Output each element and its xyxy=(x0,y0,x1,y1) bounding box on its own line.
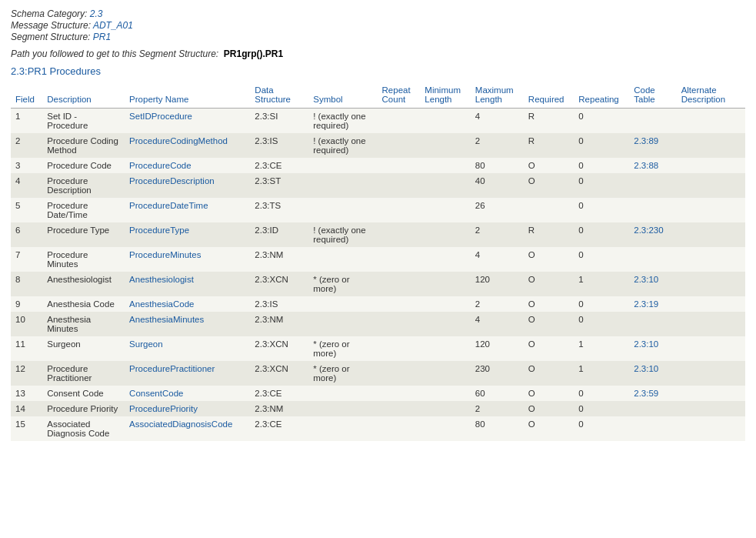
cell-property-name: ProcedureDescription xyxy=(125,173,250,198)
cell-repeat-count xyxy=(378,416,421,441)
col-required: Required xyxy=(524,82,574,109)
code-table-link[interactable]: 2.3:230 xyxy=(634,226,663,235)
cell-symbol xyxy=(308,158,377,173)
table-row: 10Anesthesia MinutesAnesthesiaMinutes2.3… xyxy=(11,312,745,336)
cell-min-length xyxy=(420,222,470,247)
cell-data-structure: 2.3:ST xyxy=(250,173,308,198)
segment-structure-link[interactable]: PR1 xyxy=(93,32,111,42)
cell-required: O xyxy=(524,173,574,198)
cell-description: Set ID - Procedure xyxy=(42,109,125,134)
cell-property-name: AssociatedDiagnosisCode xyxy=(125,416,250,441)
code-table-link[interactable]: 2.3:10 xyxy=(634,339,658,349)
message-structure-link[interactable]: ADT_A01 xyxy=(93,20,133,31)
cell-repeating: 1 xyxy=(574,336,629,361)
col-field: Field xyxy=(11,82,42,109)
cell-repeat-count xyxy=(378,222,421,247)
cell-required: O xyxy=(524,158,574,173)
cell-alt-description xyxy=(677,416,745,441)
cell-property-name: ProcedureDateTime xyxy=(125,198,250,222)
cell-max-length: 80 xyxy=(471,158,524,173)
property-name-link[interactable]: AssociatedDiagnosisCode xyxy=(129,419,232,429)
cell-symbol xyxy=(308,416,377,441)
cell-alt-description xyxy=(677,386,745,401)
col-code-table: Code Table xyxy=(629,82,676,109)
property-name-link[interactable]: ProcedureDateTime xyxy=(129,201,208,210)
cell-field: 4 xyxy=(11,173,42,198)
cell-repeat-count xyxy=(378,158,421,173)
cell-repeat-count xyxy=(378,296,421,312)
cell-required: R xyxy=(524,222,574,247)
code-table-link[interactable]: 2.3:10 xyxy=(634,275,658,284)
schema-category: Schema Category: 2.3 xyxy=(11,8,745,19)
cell-required: R xyxy=(524,133,574,158)
property-name-link[interactable]: ProcedureCodingMethod xyxy=(129,136,228,145)
cell-repeat-count xyxy=(378,247,421,272)
table-row: 2Procedure Coding MethodProcedureCodingM… xyxy=(11,133,745,158)
cell-code-table xyxy=(629,198,676,222)
cell-data-structure: 2.3:ID xyxy=(250,222,308,247)
cell-repeating: 0 xyxy=(574,109,629,134)
cell-repeating: 0 xyxy=(574,198,629,222)
cell-data-structure: 2.3:IS xyxy=(250,133,308,158)
cell-min-length xyxy=(420,133,470,158)
cell-description: Procedure Practitioner xyxy=(42,361,125,386)
cell-repeating: 0 xyxy=(574,158,629,173)
cell-symbol: ! (exactly one required) xyxy=(308,222,377,247)
cell-symbol xyxy=(308,312,377,336)
property-name-link[interactable]: ProcedurePractitioner xyxy=(129,364,215,373)
cell-repeating: 0 xyxy=(574,416,629,441)
cell-description: Consent Code xyxy=(42,386,125,401)
property-name-link[interactable]: AnesthesiaMinutes xyxy=(129,315,204,324)
cell-code-table xyxy=(629,416,676,441)
cell-alt-description xyxy=(677,296,745,312)
property-name-link[interactable]: AnesthesiaCode xyxy=(129,299,194,309)
cell-description: Procedure Coding Method xyxy=(42,133,125,158)
cell-code-table xyxy=(629,173,676,198)
cell-min-length xyxy=(420,312,470,336)
property-name-link[interactable]: ProcedurePriority xyxy=(129,404,198,413)
code-table-link[interactable]: 2.3:10 xyxy=(634,364,658,373)
table-row: 9Anesthesia CodeAnesthesiaCode2.3:IS2O02… xyxy=(11,296,745,312)
table-row: 6Procedure TypeProcedureType2.3:ID! (exa… xyxy=(11,222,745,247)
code-table-link[interactable]: 2.3:88 xyxy=(634,161,658,170)
cell-required: O xyxy=(524,336,574,361)
cell-max-length: 4 xyxy=(471,109,524,134)
cell-alt-description xyxy=(677,133,745,158)
cell-field: 2 xyxy=(11,133,42,158)
cell-property-name: AnesthesiaMinutes xyxy=(125,312,250,336)
cell-repeat-count xyxy=(378,198,421,222)
cell-description: Anesthesia Code xyxy=(42,296,125,312)
property-name-link[interactable]: SetIDProcedure xyxy=(129,112,192,121)
cell-required: R xyxy=(524,109,574,134)
cell-data-structure: 2.3:NM xyxy=(250,247,308,272)
cell-field: 11 xyxy=(11,336,42,361)
col-repeat-count: Repeat Count xyxy=(378,82,421,109)
col-max-length: Maximum Length xyxy=(471,82,524,109)
property-name-link[interactable]: ProcedureType xyxy=(129,226,189,235)
table-row: 5Procedure Date/TimeProcedureDateTime2.3… xyxy=(11,198,745,222)
property-name-link[interactable]: ProcedureDescription xyxy=(129,176,215,185)
table-row: 14Procedure PriorityProcedurePriority2.3… xyxy=(11,401,745,416)
cell-alt-description xyxy=(677,401,745,416)
code-table-link[interactable]: 2.3:59 xyxy=(634,389,658,398)
code-table-link[interactable]: 2.3:89 xyxy=(634,136,658,145)
property-name-link[interactable]: Anesthesiologist xyxy=(129,275,194,284)
cell-repeat-count xyxy=(378,386,421,401)
cell-code-table: 2.3:89 xyxy=(629,133,676,158)
property-name-link[interactable]: ProcedureMinutes xyxy=(129,250,201,259)
cell-data-structure: 2.3:SI xyxy=(250,109,308,134)
cell-repeat-count xyxy=(378,173,421,198)
property-name-link[interactable]: ProcedureCode xyxy=(129,161,191,170)
cell-repeat-count xyxy=(378,133,421,158)
cell-property-name: ProcedureMinutes xyxy=(125,247,250,272)
code-table-link[interactable]: 2.3:19 xyxy=(634,299,658,309)
property-name-link[interactable]: ConsentCode xyxy=(129,389,183,398)
cell-data-structure: 2.3:NM xyxy=(250,312,308,336)
col-description: Description xyxy=(42,82,125,109)
cell-alt-description xyxy=(677,247,745,272)
property-name-link[interactable]: Surgeon xyxy=(129,339,162,349)
cell-description: Procedure Date/Time xyxy=(42,198,125,222)
cell-min-length xyxy=(420,109,470,134)
cell-max-length: 2 xyxy=(471,401,524,416)
cell-symbol: * (zero or more) xyxy=(308,336,377,361)
